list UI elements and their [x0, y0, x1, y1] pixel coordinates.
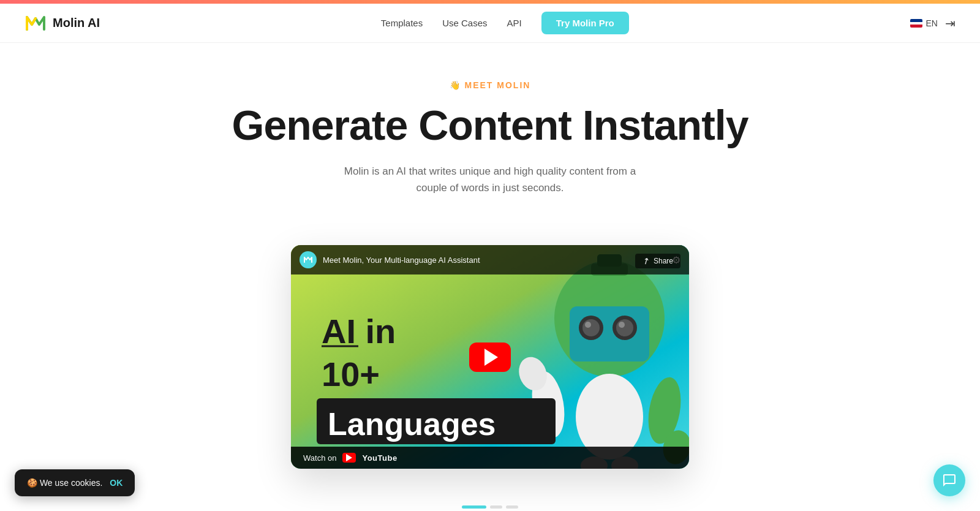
chat-icon	[942, 473, 957, 488]
cookie-message: 🍪 We use cookies.	[27, 478, 102, 488]
login-icon[interactable]: ⇥	[945, 16, 956, 31]
nav-use-cases[interactable]: Use Cases	[442, 18, 487, 28]
share-button[interactable]: ↗ Share	[635, 254, 680, 268]
video-wrapper: AI in 10+ Languages Meet Molin, Your Mul…	[0, 245, 980, 493]
youtube-play-icon	[346, 454, 352, 461]
logo[interactable]: Molin AI	[24, 12, 100, 34]
youtube-logo	[342, 453, 356, 463]
svg-text:AI in: AI in	[322, 312, 396, 350]
play-button[interactable]	[469, 343, 511, 372]
svg-point-5	[582, 319, 600, 336]
video-container[interactable]: AI in 10+ Languages Meet Molin, Your Mul…	[291, 245, 689, 469]
svg-text:10+: 10+	[322, 355, 380, 393]
youtube-bar: Watch on YouTube	[291, 447, 689, 469]
hero-subtitle: Molin is an AI that writes unique and hi…	[337, 163, 643, 196]
svg-text:Languages: Languages	[328, 406, 496, 442]
svg-point-7	[585, 322, 591, 328]
play-triangle-icon	[484, 349, 498, 366]
nav-api[interactable]: API	[507, 18, 522, 28]
nav-right: EN ⇥	[910, 16, 956, 31]
hero-section: 👋 MEET MOLIN Generate Content Instantly …	[0, 43, 980, 245]
svg-point-8	[619, 322, 625, 328]
logo-text: Molin AI	[53, 16, 100, 30]
meet-label: 👋 MEET MOLIN	[450, 80, 531, 90]
navbar: Molin AI Templates Use Cases API Try Mol…	[0, 4, 980, 43]
video-title-text: Meet Molin, Your Multi-language AI Assis…	[323, 255, 480, 265]
chat-button[interactable]	[933, 464, 965, 496]
scroll-dot-3	[506, 505, 518, 509]
nav-links: Templates Use Cases API Try Molin Pro	[381, 12, 629, 34]
scroll-indicator	[0, 493, 980, 511]
watch-on-text: Watch on	[303, 453, 336, 463]
logo-icon	[24, 12, 47, 34]
flag-icon	[910, 19, 922, 28]
hero-title: Generate Content Instantly	[12, 102, 968, 148]
language-code: EN	[926, 18, 938, 28]
youtube-text: YouTube	[362, 453, 397, 463]
share-label: Share	[654, 257, 673, 265]
try-pro-button[interactable]: Try Molin Pro	[541, 12, 629, 34]
cookie-ok-button[interactable]: OK	[110, 478, 123, 488]
video-header-bar: Meet Molin, Your Multi-language AI Assis…	[291, 245, 689, 274]
scroll-dot-1	[462, 505, 486, 509]
language-selector[interactable]: EN	[910, 18, 938, 28]
cookie-banner: 🍪 We use cookies. OK	[15, 469, 135, 496]
share-icon: ↗	[641, 255, 652, 267]
svg-point-6	[616, 319, 633, 336]
video-molin-logo	[300, 251, 317, 268]
scroll-dot-2	[490, 505, 502, 509]
nav-templates[interactable]: Templates	[381, 18, 423, 28]
